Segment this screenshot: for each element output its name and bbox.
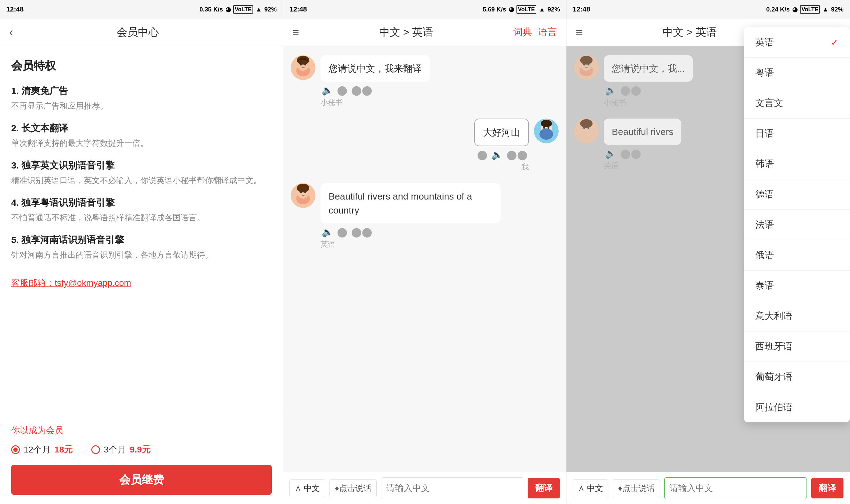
chat-message-1: 您请说中文，我来翻译 🔈 ⬤ ⬤⬤ 小秘书 [291,55,559,107]
copy-icon-1[interactable]: ⬤ [337,85,348,95]
member-status-text: 你以成为会员 [11,425,272,436]
price-option-3[interactable]: 3个月 9.9元 [91,444,151,455]
avatar-secretary-p3 [574,55,599,80]
chat-label-p3-2: 英语 [604,161,681,171]
dropdown-item-5[interactable]: 德语 [744,179,850,210]
dropdown-item-9[interactable]: 意大利语 [744,301,850,331]
translate-button-2[interactable]: 翻译 [528,478,560,499]
member-item-3: 3. 独享英文识别语音引擎 精准识别英语口语，英文不必输入，你说英语小秘书帮你翻… [11,159,272,186]
chat-bubble-2: 大好河山 ⬤ 🔈 ⬤⬤ 我 [474,119,529,172]
speak-button-3[interactable]: ♦点击说话 [613,480,660,497]
member-item-title-5: 5. 独享河南话识别语音引擎 [11,234,272,247]
radio-3[interactable] [91,445,100,454]
price-option-12[interactable]: 12个月 18元 [11,444,73,455]
signal-icon-2: ◕ [509,5,514,13]
back-button[interactable]: ‹ [9,26,13,39]
dropdown-item-label-11: 葡萄牙语 [755,371,793,383]
dropdown-item-label-0: 英语 [755,36,774,49]
dropdown-item-2[interactable]: 文言文 [744,88,850,119]
member-section-title: 会员特权 [11,58,272,74]
member-item-1: 1. 清爽免广告 不再显示广告和应用推荐。 [11,85,272,112]
dropdown-item-label-9: 意大利语 [755,310,793,322]
bubble-text-1: 您请说中文，我来翻译 [320,55,430,82]
svg-point-8 [543,127,545,129]
subscribe-button[interactable]: 会员继费 [11,465,272,495]
language-selector-3[interactable]: ∧ 中文 [573,480,608,497]
member-footer: 你以成为会员 12个月 18元 3个月 9.9元 会员继费 [0,415,283,504]
wifi-icon-3: ▲ [822,6,829,13]
dropdown-item-label-1: 粤语 [755,67,774,79]
network-speed-2: 5.69 K/s [483,6,506,13]
dropdown-item-0[interactable]: 英语✓ [744,27,850,58]
dropdown-item-label-12: 阿拉伯语 [755,401,793,414]
dropdown-item-4[interactable]: 韩语 [744,149,850,179]
dropdown-item-10[interactable]: 西班牙语 [744,331,850,362]
svg-point-23 [580,56,592,65]
copy-icon-2[interactable]: ⬤ [477,149,488,160]
member-item-desc-5: 针对河南方言推出的语音识别引擎，各地方言敬请期待。 [11,249,272,261]
member-item-title-1: 1. 清爽免广告 [11,85,272,97]
text-input-3[interactable] [664,477,807,499]
price-12-value: 18元 [54,444,73,455]
chat-message-3: Beautiful rivers and mountains of a coun… [291,183,559,249]
dropdown-item-3[interactable]: 日语 [744,119,850,149]
page-title-3: 中文 > 英语 [662,25,717,39]
menu-button-3[interactable]: ≡ [576,26,582,39]
dropdown-item-1[interactable]: 粤语 [744,58,850,88]
speaker-icon-2[interactable]: 🔈 [491,149,503,160]
speaker-icon-3[interactable]: 🔈 [322,227,333,237]
svg-point-10 [539,128,553,140]
input-bar-2: ∧ 中文 ♦点击说话 翻译 [283,472,566,504]
dropdown-item-8[interactable]: 泰语 [744,271,850,301]
chat-bubble-3: Beautiful rivers and mountains of a coun… [320,183,501,249]
volte-icon-2: VoLTE [517,5,536,14]
language-selector-2[interactable]: ∧ 中文 [290,480,325,497]
chat-bubble-p3-1: 您请说中文，我... 🔈 ⬤⬤ 小秘书 [604,55,693,107]
volte-icon-3: VoLTE [800,5,820,14]
copy-icon-3[interactable]: ⬤ [337,227,348,237]
speaker-icon-p3-1: 🔈 [605,85,617,95]
dropdown-item-12[interactable]: 阿拉伯语 [744,392,850,422]
dictionary-button-2[interactable]: 词典 [513,26,532,38]
network-speed-3: 0.24 K/s [766,6,790,13]
more-icon-2[interactable]: ⬤⬤ [506,149,528,160]
dropdown-item-label-4: 韩语 [755,158,774,170]
status-bar-3: 12:48 0.24 K/s ◕ VoLTE ▲ 92% [567,0,850,19]
member-item-title-3: 3. 独享英文识别语音引擎 [11,159,272,172]
radio-12[interactable] [11,445,20,454]
menu-button-2[interactable]: ≡ [293,26,299,39]
more-icon-1[interactable]: ⬤⬤ [351,85,372,95]
page-title-2: 中文 > 英语 [379,25,434,39]
more-icon-3[interactable]: ⬤⬤ [351,227,372,237]
price-options: 12个月 18元 3个月 9.9元 [11,444,272,455]
text-input-2[interactable] [381,477,523,499]
bubble-text-2: 大好河山 [474,119,529,146]
avatar-secretary-1 [291,55,315,80]
speak-button-2[interactable]: ♦点击说话 [330,480,376,497]
dropdown-item-11[interactable]: 葡萄牙语 [744,362,850,392]
dropdown-check-icon-0: ✓ [831,37,838,48]
dropdown-item-label-2: 文言文 [755,97,783,110]
translate-button-3[interactable]: 翻译 [811,478,844,499]
language-dropdown[interactable]: 英语✓粤语文言文日语韩语德语法语俄语泰语意大利语西班牙语葡萄牙语阿拉伯语 [744,27,850,422]
email-link[interactable]: 客服邮箱：tsfy@okmyapp.com [11,277,131,289]
dropdown-item-7[interactable]: 俄语 [744,240,850,271]
member-item-desc-3: 精准识别英语口语，英文不必输入，你说英语小秘书帮你翻译成中文。 [11,175,272,186]
svg-point-28 [580,119,592,128]
volte-icon-1: VoLTE [233,5,253,14]
bubble-actions-1: 🔈 ⬤ ⬤⬤ [320,85,430,95]
price-12-label: 12个月 [23,444,51,455]
bubble-actions-3: 🔈 ⬤ ⬤⬤ [320,227,501,237]
status-bar-1: 12:48 0.35 K/s ◕ VoLTE ▲ 92% [0,0,283,19]
input-bar-3: ∧ 中文 ♦点击说话 翻译 [567,472,850,504]
chat-label-p3-1: 小秘书 [604,97,693,107]
chat-messages: 您请说中文，我来翻译 🔈 ⬤ ⬤⬤ 小秘书 [283,46,566,472]
chat-message-2: 大好河山 ⬤ 🔈 ⬤⬤ 我 [291,119,559,172]
dropdown-item-6[interactable]: 法语 [744,210,850,240]
language-button-2[interactable]: 语言 [538,26,557,38]
copy-icon-p3-1: ⬤⬤ [620,85,641,95]
chat-label-1: 小秘书 [320,97,430,107]
speaker-icon-1[interactable]: 🔈 [322,85,333,95]
member-item-4: 4. 独享粤语识别语音引擎 不怕普通话不标准，说粤语照样精准翻译成各国语言。 [11,196,272,224]
bubble-text-p3-1: 您请说中文，我... [604,55,693,82]
